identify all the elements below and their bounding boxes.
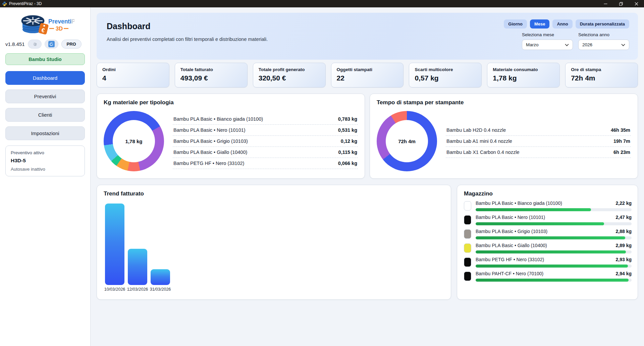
inventory-value: 2,94 kg xyxy=(616,271,632,276)
bar-label: 10/03/2026 xyxy=(104,287,125,292)
kpi-ore-di-stampa: Ore di stampa 72h 4m xyxy=(565,63,638,88)
minimize-button[interactable] xyxy=(598,0,613,7)
close-button[interactable] xyxy=(629,0,644,7)
inventory-value: 2,88 kg xyxy=(616,229,632,234)
kpi-totale-profit-generato: Totale profit generato 320,50 € xyxy=(253,63,326,88)
print-time-chart-title: Tempo di stampa per stampante xyxy=(377,99,631,106)
inventory-title: Magazzino xyxy=(464,190,632,197)
chevron-down-icon xyxy=(621,44,625,46)
print-time-donut-chart: 72h 4m xyxy=(377,111,437,171)
sidebar-item-impostazioni[interactable]: Impostazioni xyxy=(5,126,85,140)
active-quote-title: Preventivo attivo xyxy=(11,150,79,155)
bar-column: 12/03/2026 xyxy=(128,200,147,292)
sidebar-item-preventivi[interactable]: Preventivi xyxy=(5,90,85,103)
filter-giorno[interactable]: Giorno xyxy=(504,19,527,28)
autosave-status: Autosave inattivo xyxy=(11,167,79,172)
kpi-label: Materiale consumato xyxy=(493,67,554,72)
legend-label: Bambu PLA Basic • Grigio (10103) xyxy=(173,138,248,144)
inventory-row: Bambu PLA Basic • Grigio (10103) 2,88 kg xyxy=(464,229,632,239)
kpi-value: 0,57 kg xyxy=(415,74,476,82)
kpi-label: Totale fatturato xyxy=(180,67,242,72)
sync-button[interactable] xyxy=(45,40,58,49)
inventory-row: Bambu PLA Basic • Giallo (10400) 2,89 kg xyxy=(464,243,632,253)
legend-row: Bambu PETG HF • Nero (33102) 0,066 kg xyxy=(173,158,358,169)
legend-row: Bambu Lab X1 Carbon 0.4 nozzle 6h 23m xyxy=(446,147,631,158)
inventory-bar-fill xyxy=(476,222,604,225)
inventory-value: 2,89 kg xyxy=(616,243,632,248)
kpi-label: Oggetti stampati xyxy=(337,67,398,72)
legend-label: Bambu PLA Basic • Nero (10101) xyxy=(173,127,246,133)
month-select-label: Seleziona mese xyxy=(522,32,573,37)
kpi-value: 4 xyxy=(102,74,164,82)
legend-value: 19h 7m xyxy=(613,138,630,144)
bar-column: 31/03/2026 xyxy=(151,200,170,292)
restore-button[interactable] xyxy=(613,0,629,7)
legend-value: 46h 35m xyxy=(611,127,630,133)
window-title: PreventiPiraz - 3D xyxy=(9,1,42,6)
inventory-bar-track xyxy=(476,279,632,282)
inventory-label: Bambu PLA Basic • Giallo (10400) xyxy=(476,243,547,248)
sidebar-item-label: Preventivi xyxy=(34,94,56,99)
kpi-scarti-multicolore: Scarti multicolore 0,57 kg xyxy=(409,63,482,88)
month-select-value: Marzo xyxy=(526,42,539,47)
legend-value: 0,783 kg xyxy=(338,116,357,122)
revenue-bar-chart: 10/03/2026 12/03/2026 31/03/2026 xyxy=(104,200,444,292)
sidebar-item-dashboard[interactable]: Dashboard xyxy=(5,71,85,85)
inventory-value: 2,47 kg xyxy=(616,215,632,220)
legend-label: Bambu PLA Basic • Giallo (10400) xyxy=(173,150,247,155)
filament-color-swatch xyxy=(464,215,471,225)
page-subtitle: Analisi dei preventivi completati con fi… xyxy=(107,37,268,42)
year-select-label: Seleziona anno xyxy=(578,32,629,37)
inventory-bar-fill xyxy=(476,265,628,268)
inventory-row: Bambu PLA Basic • Bianco giada (10100) 2… xyxy=(464,200,632,211)
kpi-label: Scarti multicolore xyxy=(415,67,476,72)
kpi-value: 22 xyxy=(337,74,398,82)
filter-mese[interactable]: Mese xyxy=(530,19,550,28)
material-by-type-card: Kg materiale per tipologia 1,78 kg Bambu… xyxy=(97,94,365,179)
bar-column: 10/03/2026 xyxy=(105,200,124,292)
month-select[interactable]: Marzo xyxy=(522,40,573,50)
legend-value: 6h 23m xyxy=(613,150,630,155)
brand-text: Preventi xyxy=(48,18,71,25)
kpi-label: Ordini xyxy=(102,67,164,72)
sidebar-item-label: Impostazioni xyxy=(31,130,59,136)
kpi-value: 72h 4m xyxy=(571,74,632,82)
filament-color-swatch xyxy=(464,257,471,267)
year-select[interactable]: 2026 xyxy=(578,40,629,50)
legend-row: Bambu PLA Basic • Bianco giada (10100) 0… xyxy=(173,114,358,125)
inventory-row: Bambu PAHT-CF • Nero (70100) 2,94 kg xyxy=(464,271,632,282)
settings-button[interactable] xyxy=(28,40,42,49)
minimize-icon xyxy=(604,2,607,6)
titlebar: PreventiPiraz - 3D xyxy=(0,0,644,7)
material-legend: Bambu PLA Basic • Bianco giada (10100) 0… xyxy=(173,114,358,169)
filament-color-swatch xyxy=(464,243,471,253)
filter-anno[interactable]: Anno xyxy=(552,19,572,28)
revenue-trend-title: Trend fatturato xyxy=(104,190,444,197)
inventory-value: 2,93 kg xyxy=(616,257,632,262)
bambu-studio-button[interactable]: Bambu Studio xyxy=(5,53,85,65)
inventory-bar-track xyxy=(476,265,632,268)
inventory-bar-fill xyxy=(476,236,625,239)
kpi-ordini: Ordini 4 xyxy=(97,63,169,88)
inventory-label: Bambu PLA Basic • Grigio (10103) xyxy=(476,229,547,234)
filament-color-swatch xyxy=(464,229,471,239)
restore-icon xyxy=(619,2,623,6)
sidebar-item-clienti[interactable]: Clienti xyxy=(5,108,85,122)
kpi-row: Ordini 4 Totale fatturato 493,09 € Total… xyxy=(97,63,638,88)
revenue-trend-card: Trend fatturato 10/03/2026 12/03/2026 31… xyxy=(97,185,451,300)
kpi-label: Ore di stampa xyxy=(571,67,632,72)
material-chart-title: Kg materiale per tipologia xyxy=(104,99,358,106)
legend-label: Bambu Lab A1 mini 0.4 nozzle xyxy=(446,138,512,144)
material-donut-total: 1,78 kg xyxy=(125,138,143,144)
inventory-label: Bambu PLA Basic • Bianco giada (10100) xyxy=(476,200,562,206)
kpi-label: Totale profit generato xyxy=(259,67,320,72)
page-title: Dashboard xyxy=(107,21,268,31)
filter-durata-personalizzata[interactable]: Durata personalizzata xyxy=(576,19,629,28)
active-quote-name: H3D-5 xyxy=(11,158,79,164)
inventory-bar-track xyxy=(476,236,632,239)
legend-label: Bambu Lab X1 Carbon 0.4 nozzle xyxy=(446,150,520,155)
pro-badge[interactable]: PRO xyxy=(61,40,82,49)
legend-value: 0,531 kg xyxy=(338,127,357,133)
filament-spool-icon: € xyxy=(22,16,49,35)
sidebar-nav: DashboardPreventiviClientiImpostazioni xyxy=(5,71,85,140)
